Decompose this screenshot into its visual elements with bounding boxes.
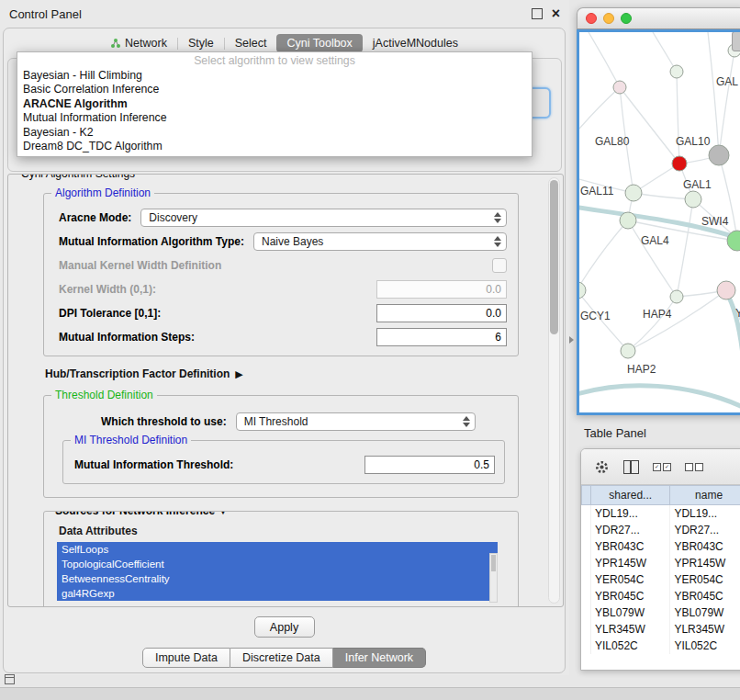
- bottom-tab-impute-data[interactable]: Impute Data: [142, 648, 230, 668]
- tab-cyni-toolbox[interactable]: Cyni Toolbox: [276, 34, 362, 52]
- minimize-traffic-light-icon[interactable]: [603, 13, 614, 24]
- graph-edge: [628, 220, 677, 297]
- table-row[interactable]: YBR045CYBR045C9.: [582, 588, 740, 604]
- graph-edge: [677, 199, 693, 297]
- graph-node-n2[interactable]: [670, 65, 683, 78]
- panel-grid-icon[interactable]: [5, 674, 15, 684]
- attribute-item-betweennesscentrality[interactable]: BetweennessCentrality: [57, 571, 498, 586]
- float-panel-icon[interactable]: [532, 8, 543, 19]
- splitter-collapse-arrow[interactable]: [569, 336, 574, 344]
- attributes-scrollbar[interactable]: [489, 553, 498, 603]
- sources-expander[interactable]: Sources for Network Inference ▼: [51, 511, 231, 517]
- algorithm-menu-item-bayesian-k2[interactable]: Bayesian - K2: [17, 126, 532, 141]
- attribute-item-topologicalcoefficient[interactable]: TopologicalCoefficient: [57, 557, 498, 571]
- bottom-tab-discretize-data[interactable]: Discretize Data: [230, 648, 333, 668]
- which-threshold-select[interactable]: MI Threshold: [236, 412, 476, 431]
- table-cell: [582, 604, 591, 621]
- tab-label: Style: [188, 37, 214, 50]
- graph-node-n6[interactable]: [625, 185, 642, 201]
- graph-node-n12[interactable]: [717, 281, 735, 299]
- table-row[interactable]: YBR043CYBR043C: [582, 538, 740, 555]
- graph-node-label-gal10: GAL10: [676, 135, 711, 148]
- tab-network[interactable]: Network: [100, 34, 177, 52]
- algorithm-menu-item-mutual-information-inference[interactable]: Mutual Information Inference: [17, 111, 532, 126]
- column-header-name[interactable]: name: [670, 486, 740, 505]
- expander-down-icon: ▼: [218, 511, 228, 516]
- graph-node-n10[interactable]: [579, 282, 586, 299]
- graph-edge-thick: [726, 292, 740, 363]
- tab-select[interactable]: Select: [225, 34, 277, 52]
- network-graph: GAL80GAL10GAL11GAL1SWI4GAL4GCY1HAP4HAP2G…: [579, 32, 740, 412]
- graph-node-label-hap4: HAP4: [643, 308, 672, 321]
- dpi-tolerance-field[interactable]: [376, 304, 507, 322]
- graph-node-n4[interactable]: [672, 156, 687, 171]
- table-cell: YBR045C: [591, 588, 670, 604]
- column-header-shared[interactable]: shared...: [591, 486, 670, 505]
- table-row[interactable]: YPR145WYPR145W9.: [582, 555, 740, 571]
- which-threshold-label: Which threshold to use:: [101, 415, 227, 428]
- hub-factor-expander[interactable]: Hub/Transcription Factor Definition ▶: [45, 367, 539, 380]
- mi-threshold-field[interactable]: [364, 456, 495, 474]
- algorithm-menu-item-bayesian-hill-climbing[interactable]: Bayesian - Hill Climbing: [17, 69, 532, 84]
- dpi-tolerance-label: DPI Tolerance [0,1]:: [59, 307, 161, 320]
- close-traffic-light-icon[interactable]: [586, 13, 597, 24]
- table-cell: YBL079W: [670, 604, 740, 621]
- settings-scrollbar-thumb[interactable]: [550, 180, 558, 334]
- algorithm-menu-item-dream8-dc-tdc-algorithm[interactable]: Dream8 DC_TDC Algorithm: [17, 140, 532, 154]
- algorithm-menu-item-basic-correlation-inference[interactable]: Basic Correlation Inference: [17, 83, 532, 97]
- data-attributes-list: SelfLoopsTopologicalCoefficientBetweenne…: [57, 542, 498, 603]
- graph-node-n13[interactable]: [621, 344, 635, 358]
- graph-node-n11[interactable]: [670, 290, 683, 303]
- gear-icon[interactable]: [594, 459, 610, 475]
- manual-kernel-checkbox[interactable]: [492, 258, 507, 273]
- table-row[interactable]: YLR345WYLR345W9.: [582, 621, 740, 638]
- algorithm-dropdown-popup: Select algorithm to view settingsBayesia…: [17, 51, 533, 157]
- tab-jactivemnodules[interactable]: jActiveMNodules: [363, 34, 468, 52]
- table-cell: YLR345W: [591, 621, 670, 638]
- table-cell: [582, 538, 591, 555]
- bottom-tab-infer-network[interactable]: Infer Network: [333, 648, 426, 668]
- aracne-mode-select[interactable]: Discovery: [140, 209, 507, 227]
- algorithm-menu-item-aracne-algorithm[interactable]: ARACNE Algorithm: [17, 97, 532, 112]
- graph-node-n5[interactable]: [709, 145, 729, 165]
- node-table: shared...name YDL19...YDL19...13YDR27...…: [581, 485, 740, 654]
- graph-node-n1[interactable]: [613, 81, 626, 94]
- network-canvas[interactable]: GAL80GAL10GAL11GAL1SWI4GAL4GCY1HAP4HAP2G…: [577, 29, 740, 415]
- attributes-scrollbar-thumb[interactable]: [491, 555, 496, 571]
- aracne-mode-label: Aracne Mode:: [59, 211, 131, 224]
- attribute-item-selfloops[interactable]: SelfLoops: [57, 542, 498, 557]
- table-cell: [582, 571, 591, 588]
- aracne-mode-value: Discovery: [149, 211, 197, 224]
- tab-label: Cyni Toolbox: [286, 37, 352, 50]
- tab-label: jActiveMNodules: [373, 37, 458, 50]
- table-row[interactable]: YDR27...YDR27...12: [582, 522, 740, 538]
- columns-icon[interactable]: [623, 460, 639, 474]
- mi-steps-field[interactable]: [376, 328, 507, 346]
- kernel-width-field[interactable]: [376, 280, 507, 299]
- table-row[interactable]: YER054CYER054C8.: [582, 571, 740, 588]
- mi-type-select[interactable]: Naive Bayes: [253, 232, 507, 251]
- deselect-all-icon[interactable]: [685, 463, 703, 471]
- tab-style[interactable]: Style: [178, 34, 224, 52]
- graph-node-n8[interactable]: [620, 212, 636, 229]
- graph-node-label-gal4: GAL4: [641, 234, 669, 247]
- table-row[interactable]: YIL052CYIL052C: [582, 638, 740, 654]
- zoom-traffic-light-icon[interactable]: [621, 13, 632, 24]
- attribute-item-gal4rgexp[interactable]: gal4RGexp: [57, 586, 498, 601]
- apply-button[interactable]: Apply: [254, 616, 315, 638]
- combo-arrows-icon: [494, 236, 501, 247]
- graph-node-n7[interactable]: [685, 191, 701, 208]
- column-header-blank[interactable]: [582, 486, 591, 505]
- settings-scrollbar[interactable]: [548, 177, 560, 604]
- table-cell: YPR145W: [591, 555, 670, 571]
- network-scrollbar-thumb[interactable]: [732, 31, 740, 51]
- graph-node-label-y: Y: [735, 307, 740, 320]
- table-cell: [582, 621, 591, 638]
- algorithm-definition-group: Algorithm Definition Aracne Mode: Discov…: [43, 193, 519, 356]
- table-row[interactable]: YDL19...YDL19...13: [582, 505, 740, 523]
- table-row[interactable]: YBL079WYBL079W: [582, 604, 740, 621]
- select-all-icon[interactable]: ✓✓: [653, 463, 671, 471]
- close-panel-icon[interactable]: ×: [552, 9, 560, 18]
- graph-edge: [628, 297, 677, 351]
- table-cell: [582, 638, 591, 654]
